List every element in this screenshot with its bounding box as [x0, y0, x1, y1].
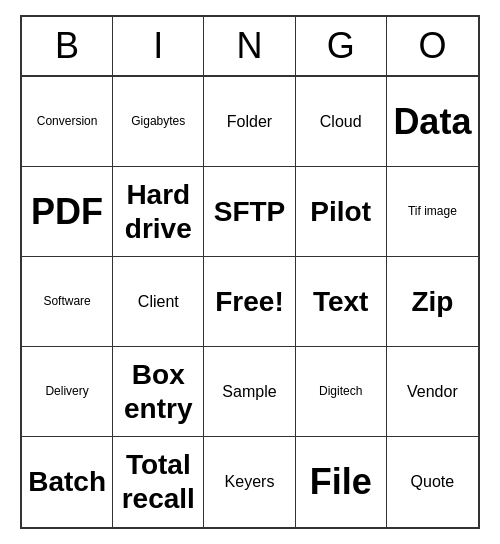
bingo-cell[interactable]: Keyers: [204, 437, 295, 527]
bingo-cell[interactable]: Sample: [204, 347, 295, 437]
bingo-cell-text: File: [310, 460, 372, 503]
bingo-cell[interactable]: Vendor: [387, 347, 478, 437]
bingo-cell-text: Delivery: [45, 384, 88, 398]
bingo-header-letter: G: [296, 17, 387, 75]
bingo-cell[interactable]: Delivery: [22, 347, 113, 437]
bingo-cell-text: Software: [43, 294, 90, 308]
bingo-cell[interactable]: Quote: [387, 437, 478, 527]
bingo-card: BINGO ConversionGigabytesFolderCloudData…: [20, 15, 480, 529]
bingo-cell-text: Tif image: [408, 204, 457, 218]
bingo-header-letter: I: [113, 17, 204, 75]
bingo-cell-text: Hard drive: [117, 178, 199, 245]
bingo-cell-text: Text: [313, 285, 369, 319]
bingo-cell-text: Digitech: [319, 384, 362, 398]
bingo-cell-text: Total recall: [117, 448, 199, 515]
bingo-cell[interactable]: SFTP: [204, 167, 295, 257]
bingo-cell[interactable]: Tif image: [387, 167, 478, 257]
bingo-cell-text: Keyers: [225, 472, 275, 491]
bingo-cell[interactable]: Total recall: [113, 437, 204, 527]
bingo-cell-text: Gigabytes: [131, 114, 185, 128]
bingo-cell-text: Quote: [411, 472, 455, 491]
bingo-cell-text: Vendor: [407, 382, 458, 401]
bingo-cell-text: Box entry: [117, 358, 199, 425]
bingo-cell[interactable]: Free!: [204, 257, 295, 347]
bingo-cell[interactable]: Batch: [22, 437, 113, 527]
bingo-cell[interactable]: Client: [113, 257, 204, 347]
bingo-cell-text: Data: [393, 100, 471, 143]
bingo-cell-text: Cloud: [320, 112, 362, 131]
bingo-cell-text: Pilot: [310, 195, 371, 229]
bingo-cell-text: PDF: [31, 190, 103, 233]
bingo-cell-text: Client: [138, 292, 179, 311]
bingo-cell-text: Conversion: [37, 114, 98, 128]
bingo-cell[interactable]: Folder: [204, 77, 295, 167]
bingo-cell[interactable]: Box entry: [113, 347, 204, 437]
bingo-header-letter: N: [204, 17, 295, 75]
bingo-cell[interactable]: Conversion: [22, 77, 113, 167]
bingo-cell-text: Folder: [227, 112, 272, 131]
bingo-cell-text: Batch: [28, 465, 106, 499]
bingo-cell[interactable]: Zip: [387, 257, 478, 347]
bingo-cell-text: SFTP: [214, 195, 286, 229]
bingo-cell[interactable]: PDF: [22, 167, 113, 257]
bingo-cell[interactable]: Gigabytes: [113, 77, 204, 167]
bingo-cell[interactable]: File: [296, 437, 387, 527]
bingo-cell-text: Zip: [411, 285, 453, 319]
bingo-grid: ConversionGigabytesFolderCloudDataPDFHar…: [22, 77, 478, 527]
bingo-cell[interactable]: Data: [387, 77, 478, 167]
bingo-cell-text: Sample: [222, 382, 276, 401]
bingo-cell[interactable]: Pilot: [296, 167, 387, 257]
bingo-cell[interactable]: Digitech: [296, 347, 387, 437]
bingo-cell[interactable]: Software: [22, 257, 113, 347]
bingo-cell[interactable]: Hard drive: [113, 167, 204, 257]
bingo-header: BINGO: [22, 17, 478, 77]
bingo-header-letter: B: [22, 17, 113, 75]
bingo-header-letter: O: [387, 17, 478, 75]
bingo-cell-text: Free!: [215, 285, 283, 319]
bingo-cell[interactable]: Cloud: [296, 77, 387, 167]
bingo-cell[interactable]: Text: [296, 257, 387, 347]
